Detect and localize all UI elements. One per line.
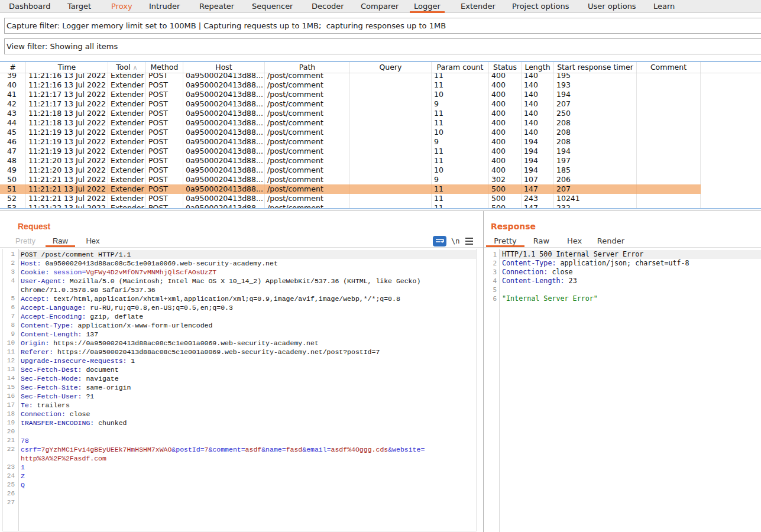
column-header-path[interactable]: Path bbox=[265, 62, 350, 73]
column-header-tool[interactable]: Tool∧ bbox=[108, 62, 146, 73]
top-menu-bar: DashboardTargetProxyIntruderRepeaterSequ… bbox=[0, 0, 761, 13]
menu-tab-sequencer[interactable]: Sequencer bbox=[252, 0, 293, 13]
column-header-host[interactable]: Host bbox=[183, 62, 265, 73]
cell-query bbox=[350, 166, 432, 175]
cell-query bbox=[350, 194, 432, 203]
line-number: 10 bbox=[3, 339, 15, 348]
syntax-segment: Sec-Fetch-Site: bbox=[21, 384, 82, 391]
log-row-46[interactable]: 4611:21:19 13 Jul 2022ExtenderPOST0a9500… bbox=[0, 137, 701, 147]
capture-filter-bar[interactable]: Capture filter: Logger memory limit set … bbox=[4, 18, 761, 34]
syntax-segment: trailers bbox=[33, 401, 70, 409]
menu-tab-extender[interactable]: Extender bbox=[461, 0, 496, 13]
line-text: User-Agent: Mozilla/5.0 (Macintosh; Inte… bbox=[21, 277, 420, 286]
log-row-50[interactable]: 5011:21:21 13 Jul 2022ExtenderPOST0a9500… bbox=[0, 175, 701, 184]
log-row-43[interactable]: 4311:21:18 13 Jul 2022ExtenderPOST0a9500… bbox=[0, 109, 701, 118]
column-header-start-response-timer[interactable]: Start response timer bbox=[554, 62, 637, 73]
editor-line: 10Origin: https://0a9500020413d88ac08c5c… bbox=[3, 339, 476, 348]
cell-comment bbox=[637, 118, 701, 128]
menu-tab-comparer[interactable]: Comparer bbox=[361, 0, 399, 13]
resp-tab-raw[interactable]: Raw bbox=[524, 236, 558, 247]
newline-toggle-icon[interactable]: \n bbox=[451, 237, 459, 245]
req-tab-pretty[interactable]: Pretty bbox=[8, 236, 43, 247]
log-row-45[interactable]: 4511:21:19 13 Jul 2022ExtenderPOST0a9500… bbox=[0, 128, 701, 137]
cell-tool: Extender bbox=[108, 147, 146, 156]
menu-tab-repeater[interactable]: Repeater bbox=[199, 0, 234, 13]
editor-line: 15Sec-Fetch-Site: same-origin bbox=[3, 383, 476, 392]
syntax-segment: &website= bbox=[388, 446, 425, 453]
line-text: Content-Length: 137 bbox=[21, 330, 98, 339]
menu-tab-project-options[interactable]: Project options bbox=[512, 0, 569, 13]
response-editor[interactable]: 1HTTP/1.1 500 Internal Server Error2Cont… bbox=[486, 249, 761, 532]
log-row-51[interactable]: 5111:21:21 13 Jul 2022ExtenderPOST0a9500… bbox=[0, 184, 701, 194]
log-row-47[interactable]: 4711:21:19 13 Jul 2022ExtenderPOST0a9500… bbox=[0, 147, 701, 156]
cell-path: /post/comment bbox=[265, 175, 350, 184]
menu-tab-logger[interactable]: Logger bbox=[410, 0, 445, 13]
log-row-52[interactable]: 5211:21:21 13 Jul 2022ExtenderPOST0a9500… bbox=[0, 194, 701, 203]
line-text: Accept: text/html,application/xhtml+xml,… bbox=[21, 294, 400, 303]
syntax-segment: asdf bbox=[245, 446, 262, 453]
editor-menu-icon[interactable] bbox=[465, 236, 473, 245]
cell-query bbox=[350, 137, 432, 147]
menu-tab-proxy[interactable]: Proxy bbox=[111, 0, 132, 13]
cell-length: 140 bbox=[522, 109, 554, 118]
menu-tab-target[interactable]: Target bbox=[67, 0, 91, 13]
log-row-53[interactable]: 5311:21:22 13 Jul 2022ExtenderPOST0a9500… bbox=[0, 203, 701, 208]
line-text: HTTP/1.1 500 Internal Server Error bbox=[502, 250, 643, 259]
cell-method: POST bbox=[146, 73, 183, 80]
log-row-44[interactable]: 4411:21:18 13 Jul 2022ExtenderPOST0a9500… bbox=[0, 118, 701, 128]
menu-tab-intruder[interactable]: Intruder bbox=[149, 0, 180, 13]
cell-status: 400 bbox=[489, 109, 522, 118]
response-gutter-separator bbox=[499, 249, 500, 532]
syntax-segment: 1 bbox=[127, 357, 135, 365]
log-row-41[interactable]: 4111:21:17 13 Jul 2022ExtenderPOST0a9500… bbox=[0, 90, 701, 99]
column-header--[interactable]: # bbox=[0, 62, 26, 73]
cell-host: 0a9500020413d88... bbox=[183, 80, 265, 90]
syntax-segment: chunked bbox=[94, 419, 127, 427]
column-header-time[interactable]: Time bbox=[26, 62, 108, 73]
line-text: Accept-Encoding: gzip, deflate bbox=[21, 312, 143, 321]
syntax-segment: close bbox=[66, 410, 90, 418]
column-header-param-count[interactable]: Param count bbox=[432, 62, 489, 73]
cell-query bbox=[350, 184, 432, 194]
cell-param-count: 11 bbox=[432, 194, 489, 203]
cell-comment bbox=[637, 109, 701, 118]
cell-start-response-timer: 208 bbox=[554, 128, 637, 137]
resp-tab-pretty[interactable]: Pretty bbox=[486, 236, 524, 247]
cell-host: 0a9500020413d88... bbox=[183, 99, 265, 109]
view-filter-bar[interactable]: View filter: Showing all items bbox=[4, 38, 761, 54]
resp-tab-render[interactable]: Render bbox=[591, 236, 631, 247]
wrap-lines-icon[interactable] bbox=[433, 236, 446, 246]
log-row-39[interactable]: 3911:21:16 13 Jul 2022ExtenderPOST0a9500… bbox=[0, 73, 701, 80]
editor-line: 4Content-Length: 23 bbox=[486, 277, 761, 286]
request-editor[interactable]: 1POST /post/comment HTTP/1.12Host: 0a950… bbox=[2, 249, 477, 531]
menu-tab-learn[interactable]: Learn bbox=[653, 0, 675, 13]
line-text: 1 bbox=[21, 463, 25, 472]
cell-tool: Extender bbox=[108, 137, 146, 147]
line-text: Referer: https://0a9500020413d88ac08c5c1… bbox=[21, 348, 380, 356]
column-header-query[interactable]: Query bbox=[350, 62, 432, 73]
panel-divider[interactable] bbox=[483, 211, 484, 532]
column-header-method[interactable]: Method bbox=[146, 62, 183, 73]
resp-tab-hex[interactable]: Hex bbox=[558, 236, 591, 247]
editor-line: 25Q bbox=[3, 481, 476, 489]
req-tab-raw[interactable]: Raw bbox=[46, 236, 75, 247]
cell--: 41 bbox=[0, 90, 26, 99]
editor-line: 3Cookie: session=VgFWy4D2vMfON7vMNMhjQlS… bbox=[3, 268, 476, 277]
menu-tab-decoder[interactable]: Decoder bbox=[312, 0, 344, 13]
req-tab-hex[interactable]: Hex bbox=[78, 236, 108, 247]
line-number: 27 bbox=[3, 498, 15, 507]
menu-tab-user-options[interactable]: User options bbox=[588, 0, 636, 13]
menu-tab-dashboard[interactable]: Dashboard bbox=[9, 0, 51, 13]
cell--: 40 bbox=[0, 80, 26, 90]
editor-line: 9Content-Length: 137 bbox=[3, 330, 476, 339]
log-row-42[interactable]: 4211:21:17 13 Jul 2022ExtenderPOST0a9500… bbox=[0, 99, 701, 109]
log-row-49[interactable]: 4911:21:20 13 Jul 2022ExtenderPOST0a9500… bbox=[0, 166, 701, 175]
cell-time: 11:21:21 13 Jul 2022 bbox=[26, 175, 108, 184]
column-header-comment[interactable]: Comment bbox=[637, 62, 701, 73]
cell--: 49 bbox=[0, 166, 26, 175]
log-row-40[interactable]: 4011:21:16 13 Jul 2022ExtenderPOST0a9500… bbox=[0, 80, 701, 90]
log-row-48[interactable]: 4811:21:20 13 Jul 2022ExtenderPOST0a9500… bbox=[0, 156, 701, 166]
column-header-status[interactable]: Status bbox=[489, 62, 522, 73]
column-header-length[interactable]: Length bbox=[522, 62, 554, 73]
request-title: Request bbox=[18, 222, 50, 231]
